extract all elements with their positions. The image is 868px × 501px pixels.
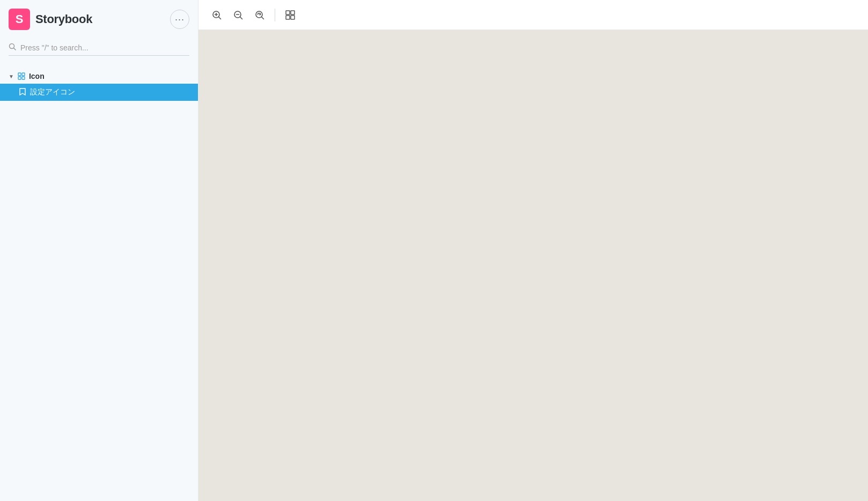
zoom-reset-icon [254,10,265,20]
svg-rect-18 [291,16,295,19]
svg-line-1 [14,48,16,50]
zoom-out-button[interactable] [229,5,248,25]
zoom-in-button[interactable] [207,5,226,25]
more-options-button[interactable]: ··· [170,10,189,29]
toolbar-divider [275,9,275,21]
zoom-out-icon [233,10,244,20]
search-input-wrapper [9,43,189,56]
search-icon [9,43,16,52]
search-container [0,39,198,64]
svg-line-11 [240,17,242,19]
grid-view-button[interactable] [281,5,300,25]
svg-line-7 [219,17,221,19]
ellipsis-icon: ··· [175,14,185,25]
search-input[interactable] [20,43,189,52]
sidebar-group-label: Icon [29,72,45,80]
canvas-toolbar [198,0,868,30]
logo-container: S Storybook [9,9,92,30]
grid-view-icon [285,10,296,20]
sidebar: S Storybook ··· [0,0,198,501]
sidebar-header: S Storybook ··· [0,0,198,39]
zoom-reset-button[interactable] [250,5,269,25]
svg-rect-15 [286,11,290,14]
chevron-down-icon: ▼ [9,73,14,79]
storybook-logo-icon: S [9,9,30,30]
logo-letter: S [16,12,24,26]
svg-rect-3 [22,73,25,76]
sidebar-item-settings-icon-story[interactable]: 設定アイコン [0,84,198,101]
component-grid-icon [17,72,26,80]
svg-rect-2 [18,73,21,76]
svg-rect-17 [286,16,290,19]
svg-rect-5 [22,77,25,79]
main-area [198,0,868,501]
sidebar-story-label: 設定アイコン [30,87,75,97]
story-canvas [198,30,868,501]
svg-rect-4 [18,77,21,79]
svg-rect-16 [291,11,295,14]
svg-line-14 [262,17,264,19]
tree-container: ▼ Icon 設定アイコン [0,64,198,501]
sidebar-item-icon-group[interactable]: ▼ Icon [0,69,198,84]
bookmark-icon [19,88,26,97]
app-title: Storybook [35,12,92,26]
zoom-in-icon [211,10,222,20]
app-container: S Storybook ··· [0,0,868,501]
